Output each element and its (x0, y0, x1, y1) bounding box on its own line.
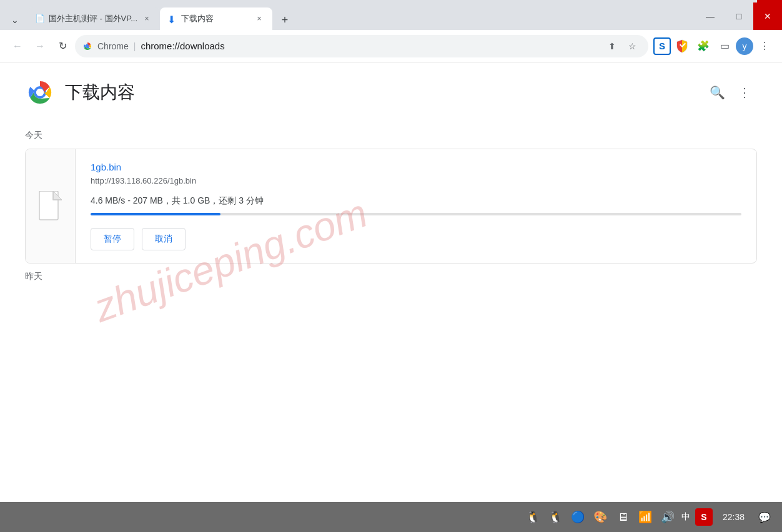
taskbar-notification-button[interactable]: 💬 (755, 508, 775, 526)
taskbar-qq2[interactable]: 🐧 (547, 508, 564, 526)
taskbar-sogou[interactable]: S (695, 508, 713, 526)
taskbar-sogou-label: S (701, 512, 706, 522)
download-file-icon-area (26, 149, 76, 263)
reload-button[interactable]: ↻ (52, 36, 72, 56)
cancel-button[interactable]: 取消 (142, 228, 186, 250)
tabbar: ⌄ 📄 国外主机测评 - 国外VP... × ⬇ 下载内容 × + — □ ✕ (0, 2, 782, 30)
minimize-button[interactable]: — (696, 2, 725, 30)
chrome-menu-button[interactable]: ⋮ (755, 36, 775, 56)
puzzle-icon: 🧩 (697, 40, 710, 52)
download-url: http://193.118.60.226/1gb.bin (91, 176, 741, 185)
window-controls: — □ ✕ (696, 2, 782, 30)
omnibox-separator: | (134, 41, 136, 51)
download-buttons: 暂停 取消 (91, 228, 741, 250)
downloads-header: 下载内容 🔍 ⋮ (25, 62, 757, 117)
reload-icon: ↻ (59, 40, 67, 52)
tab-inactive-favicon: 📄 (35, 14, 45, 24)
notification-icon: 💬 (758, 511, 771, 523)
back-icon: ← (12, 41, 22, 52)
svg-point-3 (36, 89, 44, 96)
omnibox[interactable]: Chrome | chrome://downloads ⬆ ☆ (75, 35, 648, 57)
menu-icon: ⋮ (760, 40, 770, 52)
tab-active-close[interactable]: × (254, 13, 265, 24)
profile-avatar[interactable]: y (736, 37, 753, 55)
omnibox-chrome-label: Chrome (97, 41, 129, 51)
download-item: 1gb.bin http://193.118.60.226/1gb.bin 4.… (25, 149, 757, 264)
taskbar-display[interactable]: 🖥 (614, 508, 631, 526)
tab-inactive-close[interactable]: × (141, 13, 152, 24)
addressbar: ← → ↻ Chrome | chrome://downloads ⬆ ☆ (0, 30, 782, 62)
sidebar-toggle-button[interactable]: ▭ (715, 36, 735, 56)
tab-inactive-title: 国外主机测评 - 国外VP... (49, 13, 137, 24)
back-button[interactable]: ← (7, 36, 27, 56)
forward-button[interactable]: → (30, 36, 50, 56)
taskbar: 🐧 🐧 🔵 🎨 🖥 📶 🔊 中 S 22:38 💬 (0, 502, 782, 532)
pause-button[interactable]: 暂停 (91, 228, 134, 250)
main-content: zhujiceping.com 下载内容 🔍 ⋮ 今天 (0, 62, 782, 502)
search-downloads-button[interactable]: 🔍 (705, 80, 730, 105)
volume-icon: 🔊 (661, 510, 675, 524)
display-icon: 🖥 (617, 511, 628, 524)
taskbar-language[interactable]: 中 (681, 511, 690, 523)
taskbar-wifi[interactable]: 📶 (636, 508, 654, 526)
tab-list-button[interactable]: ⌄ (5, 10, 25, 30)
tab-inactive[interactable]: 📄 国外主机测评 - 国外VP... × (27, 7, 160, 30)
share-button[interactable]: ⬆ (603, 37, 621, 55)
download-progress-text: 4.6 MB/s - 207 MB，共 1.0 GB，还剩 3 分钟 (91, 195, 741, 207)
section-today-label: 今天 (25, 130, 757, 141)
search-icon: 🔍 (710, 85, 725, 100)
qq-icon-2: 🐧 (548, 510, 562, 524)
progress-bar-container (91, 213, 741, 215)
wifi-icon: 📶 (638, 510, 652, 524)
section-yesterday-label: 昨天 (25, 271, 757, 282)
color-icon: 🎨 (593, 510, 607, 524)
maximize-button[interactable]: □ (725, 2, 753, 30)
toolbar-icons: S 🧩 ▭ y ⋮ (653, 36, 775, 56)
tab-active-title: 下载内容 (181, 13, 250, 24)
share-icon: ⬆ (608, 41, 616, 51)
bookmark-icon: ☆ (628, 41, 636, 51)
extensions-icon[interactable]: 🧩 (693, 36, 713, 56)
file-icon (38, 191, 63, 221)
close-button[interactable]: ✕ (753, 2, 782, 30)
more-icon: ⋮ (738, 85, 751, 100)
downloads-title-group: 下载内容 (25, 77, 135, 107)
tab-active-favicon: ⬇ (167, 14, 177, 24)
qq-icon-1: 🐧 (526, 510, 540, 524)
download-filename[interactable]: 1gb.bin (91, 162, 741, 172)
tab-active[interactable]: ⬇ 下载内容 × (160, 7, 272, 30)
taskbar-color[interactable]: 🎨 (591, 508, 609, 526)
omnibox-url: chrome://downloads (141, 41, 224, 51)
downloads-actions: 🔍 ⋮ (705, 80, 757, 105)
chrome-logo (25, 77, 55, 107)
progress-bar-fill (91, 213, 220, 215)
omnibox-actions: ⬆ ☆ (603, 37, 641, 55)
taskbar-qq1[interactable]: 🐧 (524, 508, 542, 526)
forward-icon: → (35, 41, 45, 52)
new-tab-button[interactable]: + (275, 10, 295, 30)
bluetooth-icon: 🔵 (571, 510, 585, 524)
downloads-menu-button[interactable]: ⋮ (732, 80, 757, 105)
page-title: 下载内容 (65, 81, 135, 104)
download-info: 1gb.bin http://193.118.60.226/1gb.bin 4.… (76, 149, 756, 263)
taskbar-bluetooth[interactable]: 🔵 (569, 508, 586, 526)
chrome-small-icon (82, 41, 92, 51)
bookmark-button[interactable]: ☆ (623, 37, 641, 55)
taskbar-time: 22:38 (723, 512, 745, 522)
sogou-icon[interactable]: S (653, 37, 671, 55)
taskbar-volume[interactable]: 🔊 (659, 508, 676, 526)
sidebar-icon: ▭ (720, 40, 730, 52)
shield-icon[interactable] (672, 36, 692, 56)
